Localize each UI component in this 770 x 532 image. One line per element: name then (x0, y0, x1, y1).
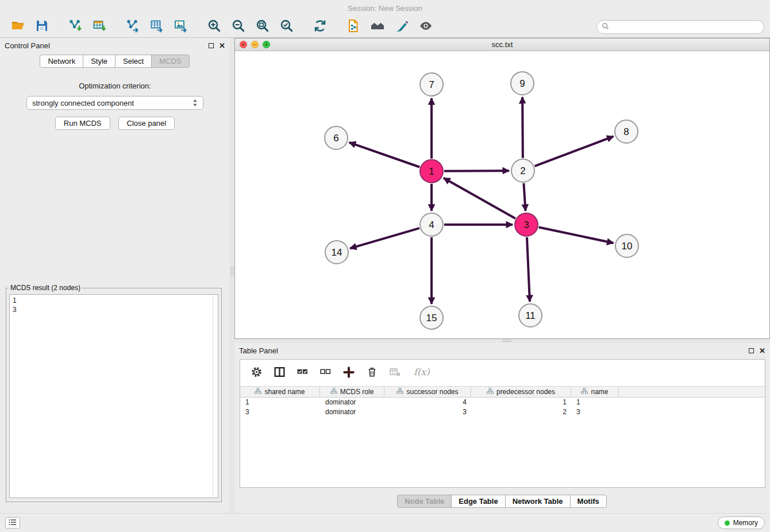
table-cell[interactable]: 1 (240, 398, 320, 407)
close-window-button[interactable]: × (240, 41, 247, 48)
graph-node-15[interactable]: 15 (420, 306, 443, 329)
column-header-successor-nodes[interactable]: successor nodes (384, 387, 471, 397)
column-header-label: shared name (264, 388, 305, 396)
table-cell[interactable]: dominator (320, 407, 384, 417)
graph-node-10[interactable]: 10 (615, 234, 638, 257)
delete-column-button[interactable] (366, 366, 378, 380)
select-all-button[interactable] (297, 366, 309, 380)
edge-3-1[interactable] (444, 178, 515, 218)
tab-node-table[interactable]: Node Table (397, 495, 452, 508)
column-header-name[interactable]: name (571, 387, 619, 397)
create-column-button[interactable] (342, 366, 355, 380)
zoom-fit-button[interactable] (251, 18, 275, 36)
column-type-icon (487, 388, 494, 396)
edge-3-11[interactable] (527, 237, 530, 302)
style-brush-button[interactable] (390, 18, 414, 36)
tab-edge-table[interactable]: Edge Table (451, 495, 505, 508)
zoom-selected-button[interactable] (275, 18, 299, 36)
tab-network[interactable]: Network (40, 55, 83, 68)
result-scrollbar[interactable] (213, 295, 218, 498)
network-canvas[interactable]: 7968124314101511 (235, 51, 769, 338)
open-file-button[interactable] (6, 18, 30, 36)
table-cell[interactable]: 3 (384, 407, 471, 417)
export-image-button[interactable] (169, 18, 193, 36)
tab-select[interactable]: Select (115, 55, 152, 68)
zoom-in-button[interactable] (202, 18, 226, 36)
table-row[interactable]: 3dominator323 (240, 407, 765, 417)
table-cell[interactable]: 3 (240, 407, 320, 417)
save-session-button[interactable] (30, 18, 54, 36)
network-overview-button[interactable] (365, 18, 390, 36)
mcds-result-list[interactable]: 13 (9, 294, 218, 498)
float-panel-icon[interactable] (209, 43, 214, 48)
splitter-grip[interactable] (502, 340, 511, 342)
zoom-out-button[interactable] (226, 18, 251, 36)
edge-2-3[interactable] (523, 183, 525, 211)
horizontal-splitter[interactable] (234, 339, 770, 343)
edge-2-8[interactable] (535, 136, 614, 166)
network-graph: 7968124314101511 (235, 51, 769, 339)
open-network-file-button[interactable] (341, 18, 365, 36)
table-cell[interactable]: 2 (471, 407, 571, 417)
edge-1-2[interactable] (444, 171, 509, 171)
tab-motifs[interactable]: Motifs (570, 495, 607, 508)
delete-table-button[interactable] (389, 366, 402, 380)
table-cell[interactable]: dominator (320, 398, 384, 407)
table-cell[interactable]: 1 (471, 398, 571, 407)
graph-node-14[interactable]: 14 (325, 241, 348, 264)
table-cell[interactable]: 1 (571, 398, 619, 407)
search-input[interactable] (612, 23, 759, 31)
run-mcds-button[interactable]: Run MCDS (55, 117, 110, 130)
memory-button[interactable]: Memory (718, 516, 765, 529)
graph-node-4[interactable]: 4 (420, 213, 443, 236)
import-network-icon (68, 18, 83, 35)
column-header-mcds-role[interactable]: MCDS role (320, 387, 384, 397)
table-row[interactable]: 1dominator411 (240, 398, 765, 407)
close-panel-icon[interactable]: ✕ (759, 348, 765, 353)
float-panel-icon[interactable] (749, 348, 754, 353)
export-table-button[interactable] (145, 18, 169, 36)
close-panel-icon[interactable]: ✕ (219, 43, 225, 48)
graph-node-7[interactable]: 7 (420, 73, 443, 96)
table-cell[interactable]: 4 (384, 398, 471, 407)
vertical-splitter[interactable] (230, 38, 234, 513)
graph-node-1[interactable]: 1 (420, 160, 443, 183)
table-panel-header: Table Panel ✕ (234, 343, 770, 358)
minimize-window-button[interactable]: − (251, 41, 259, 48)
node-label: 3 (523, 219, 529, 230)
edge-3-10[interactable] (539, 228, 614, 243)
tab-mcds[interactable]: MCDS (151, 55, 189, 68)
splitter-grip[interactable] (230, 267, 234, 276)
graph-node-6[interactable]: 6 (325, 126, 348, 149)
column-header-shared-name[interactable]: shared name (240, 387, 320, 397)
show-graphics-details-button[interactable] (414, 18, 438, 36)
table-panel: Table Panel ✕ f(x) shared nameMCDS roles… (234, 343, 770, 513)
import-table-button[interactable] (87, 18, 111, 36)
table-settings-button[interactable] (251, 366, 263, 380)
mcds-result-title: MCDS result (2 nodes) (9, 284, 82, 292)
task-history-button[interactable] (5, 517, 20, 529)
graph-node-8[interactable]: 8 (615, 120, 638, 143)
graph-node-2[interactable]: 2 (511, 159, 534, 182)
column-header-predecessor-nodes[interactable]: predecessor nodes (471, 387, 571, 397)
graph-node-9[interactable]: 9 (511, 72, 534, 95)
close-panel-button[interactable]: Close panel (118, 117, 175, 130)
table-toolbar: f(x) (240, 360, 765, 386)
edge-2-9[interactable] (522, 97, 523, 158)
import-network-button[interactable] (63, 18, 87, 36)
zoom-window-button[interactable]: + (263, 41, 270, 48)
apply-layout-button[interactable] (308, 18, 332, 36)
network-window-titlebar[interactable]: × − + scc.txt (235, 38, 769, 51)
graph-node-11[interactable]: 11 (519, 304, 542, 327)
show-columns-button[interactable] (274, 366, 286, 380)
deselect-all-button[interactable] (319, 366, 332, 380)
optimization-select[interactable]: strongly connected component (26, 96, 203, 110)
graph-node-3[interactable]: 3 (515, 213, 538, 236)
edge-4-14[interactable] (350, 228, 419, 248)
function-builder-button[interactable]: f(x) (413, 366, 432, 380)
tab-network-table[interactable]: Network Table (505, 495, 571, 508)
edge-1-6[interactable] (349, 142, 420, 167)
export-network-button[interactable] (121, 18, 145, 36)
table-cell[interactable]: 3 (571, 407, 619, 417)
tab-style[interactable]: Style (83, 55, 116, 68)
